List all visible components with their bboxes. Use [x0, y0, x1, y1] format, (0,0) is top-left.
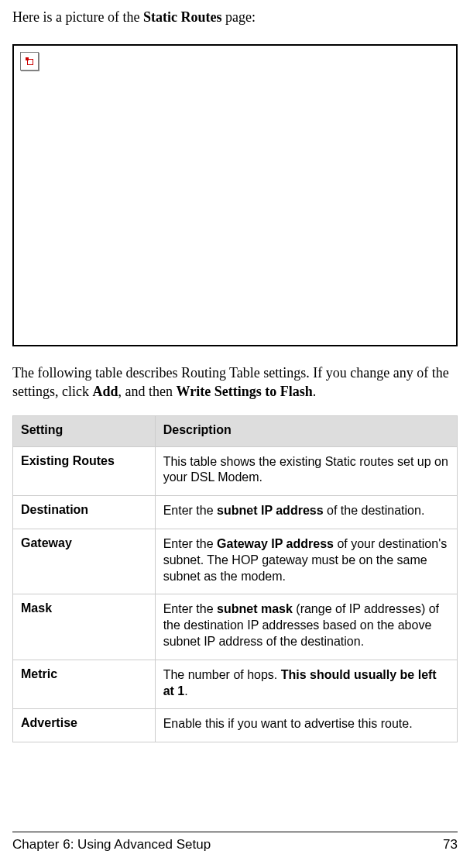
header-setting: Setting — [13, 415, 156, 446]
settings-table: Setting Description Existing Routes This… — [12, 415, 458, 743]
setting-desc-advertise: Enable this if you want to advertise thi… — [155, 709, 457, 742]
broken-image-icon — [20, 52, 39, 71]
setting-desc-mask: Enter the subnet mask (range of IP addre… — [155, 594, 457, 660]
table-row: Advertise Enable this if you want to adv… — [13, 709, 458, 742]
table-header-row: Setting Description — [13, 415, 458, 446]
footer-page-number: 73 — [443, 837, 458, 852]
intro-text: Here is a picture of the Static Routes p… — [12, 9, 458, 26]
screenshot-placeholder-box — [12, 44, 458, 346]
intro-bold: Static Routes — [143, 9, 222, 25]
description-paragraph: The following table describes Routing Ta… — [12, 363, 458, 401]
header-description: Description — [155, 415, 457, 446]
table-row: Existing Routes This table shows the exi… — [13, 446, 458, 496]
intro-prefix: Here is a picture of the — [12, 9, 143, 25]
desc-text-end: . — [313, 384, 317, 399]
setting-name-advertise: Advertise — [13, 709, 156, 742]
setting-desc-existing-routes: This table shows the existing Static rou… — [155, 446, 457, 496]
footer-chapter: Chapter 6: Using Advanced Setup — [12, 837, 211, 852]
setting-name-destination: Destination — [13, 496, 156, 529]
setting-desc-gateway: Enter the Gateway IP address of your des… — [155, 529, 457, 594]
desc-text-mid: , and then — [118, 384, 177, 399]
setting-desc-destination: Enter the subnet IP address of the desti… — [155, 496, 457, 529]
table-row: Gateway Enter the Gateway IP address of … — [13, 529, 458, 594]
table-row: Destination Enter the subnet IP address … — [13, 496, 458, 529]
intro-suffix: page: — [221, 9, 255, 25]
setting-desc-metric: The number of hops. This should usually … — [155, 660, 457, 709]
table-row: Mask Enter the subnet mask (range of IP … — [13, 594, 458, 660]
setting-name-gateway: Gateway — [13, 529, 156, 594]
desc-bold-write: Write Settings to Flash — [177, 384, 313, 399]
setting-name-mask: Mask — [13, 594, 156, 660]
setting-name-metric: Metric — [13, 660, 156, 709]
page-footer: Chapter 6: Using Advanced Setup 73 — [12, 832, 458, 852]
table-row: Metric The number of hops. This should u… — [13, 660, 458, 709]
desc-bold-add: Add — [92, 384, 118, 399]
setting-name-existing-routes: Existing Routes — [13, 446, 156, 496]
